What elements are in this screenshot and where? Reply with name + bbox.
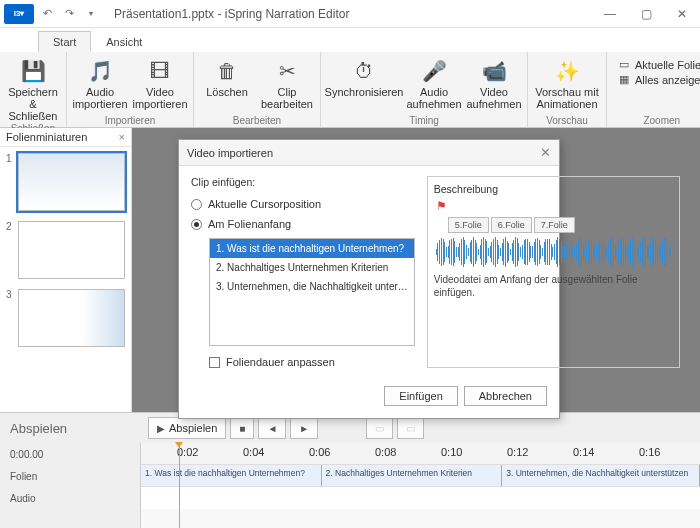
desc-tab-7: 7.Folie: [534, 217, 575, 233]
audio-record-button[interactable]: 🎤Audio aufnehmen: [405, 54, 463, 110]
show-all-button[interactable]: ▦Alles anzeigen: [617, 73, 700, 86]
slide-list-item-3[interactable]: 3. Unternehmen, die Nachhaltigkeit unter…: [210, 277, 414, 296]
group-label-zoom: Zoomen: [611, 114, 700, 127]
audio-import-button[interactable]: 🎵Audio importieren: [71, 54, 129, 110]
cancel-button[interactable]: Abbrechen: [464, 386, 547, 406]
slide-thumbnail-2[interactable]: 2: [6, 221, 125, 279]
redo-button[interactable]: ↷: [58, 3, 80, 25]
play-button[interactable]: ▶ Abspielen: [148, 417, 226, 439]
video-import-icon: 🎞: [150, 58, 170, 84]
close-button[interactable]: ✕: [664, 0, 700, 28]
tab-view[interactable]: Ansicht: [91, 31, 157, 52]
sync-button[interactable]: ⏱Synchronisieren: [325, 54, 403, 98]
mic-icon: 🎤: [422, 58, 447, 84]
clock-icon: ⏱: [354, 58, 374, 84]
group-label-timing: Timing: [325, 114, 523, 127]
track-label-audio: Audio: [0, 487, 140, 509]
app-logo-menu[interactable]: I3▾: [4, 4, 34, 24]
prev-button[interactable]: ◄: [258, 417, 286, 439]
desc-tab-6: 6.Folie: [491, 217, 532, 233]
clip-insert-label: Clip einfügen:: [191, 176, 415, 188]
stop-button[interactable]: ■: [230, 417, 254, 439]
tab-start[interactable]: Start: [38, 31, 91, 52]
scissors-icon: ✂: [279, 58, 296, 84]
thumbnail-pane-close[interactable]: ×: [119, 131, 125, 143]
waveform-preview: [436, 237, 672, 267]
window-title: Präsentation1.pptx - iSpring Narration E…: [114, 7, 349, 21]
timeline-panel: Abspielen ▶ Abspielen ■ ◄ ► ▭ ▭ 0:00.00 …: [0, 412, 700, 528]
tool-button-2[interactable]: ▭: [397, 417, 424, 439]
trash-icon: 🗑: [217, 58, 237, 84]
titlebar: I3▾ ↶ ↷ ▾ Präsentation1.pptx - iSpring N…: [0, 0, 700, 28]
ruler-start-label: 0:00.00: [0, 443, 140, 465]
slide-thumbnail-3[interactable]: 3: [6, 289, 125, 347]
next-button[interactable]: ►: [290, 417, 318, 439]
timeline-title: Abspielen: [10, 421, 140, 436]
sparkle-icon: ✨: [555, 58, 580, 84]
slide-list[interactable]: 1. Was ist die nachhaltigen Unternehmen?…: [209, 238, 415, 346]
timeline-slide-1[interactable]: 1. Was ist die nachhaltigen Unternehmen?: [141, 465, 322, 486]
group-label-import: Importieren: [71, 114, 189, 127]
tool-button-1[interactable]: ▭: [366, 417, 393, 439]
group-label-edit: Bearbeiten: [198, 114, 316, 127]
clip-edit-button[interactable]: ✂Clip bearbeiten: [258, 54, 316, 110]
adjust-duration-checkbox[interactable]: Foliendauer anpassen: [209, 356, 415, 368]
insert-button[interactable]: Einfügen: [384, 386, 457, 406]
desc-tab-5: 5.Folie: [448, 217, 489, 233]
save-icon: 💾: [21, 58, 46, 84]
qat-dropdown[interactable]: ▾: [80, 3, 102, 25]
timeline-audio-track[interactable]: [141, 487, 700, 509]
current-slide-button[interactable]: ▭Aktuelle Folie: [617, 58, 700, 71]
timeline-tracks[interactable]: 0:020:040:060:080:100:120:140:16 1. Was …: [140, 443, 700, 528]
description-label: Beschreibung: [434, 183, 674, 195]
ribbon-tabs: Start Ansicht: [0, 28, 700, 52]
radio-cursor-position[interactable]: Aktuelle Cursorposition: [191, 196, 415, 212]
timeline-slide-3[interactable]: 3. Unternehmen, die Nachhaltigkeit unter…: [502, 465, 700, 486]
audio-import-icon: 🎵: [88, 58, 113, 84]
timeline-slide-2[interactable]: 2. Nachhaltiges Unternehmen Kriterien: [322, 465, 503, 486]
slide-icon: ▭: [617, 58, 631, 71]
track-label-slides: Folien: [0, 465, 140, 487]
grid-icon: ▦: [617, 73, 631, 86]
dialog-title: Video importieren: [187, 147, 273, 159]
maximize-button[interactable]: ▢: [628, 0, 664, 28]
flag-icon: ⚑: [436, 199, 674, 213]
radio-slide-start[interactable]: Am Folienanfang: [191, 216, 415, 232]
slide-list-item-1[interactable]: 1. Was ist die nachhaltigen Unternehmen?: [210, 239, 414, 258]
thumbnail-pane-title: Folienminiaturen: [6, 131, 87, 143]
timeline-ruler[interactable]: 0:020:040:060:080:100:120:140:16: [141, 443, 700, 465]
ribbon: 💾Speichern & Schließen Schließen 🎵Audio …: [0, 52, 700, 128]
minimize-button[interactable]: —: [592, 0, 628, 28]
video-import-dialog: Video importieren✕ Clip einfügen: Aktuel…: [178, 139, 560, 419]
dialog-close-button[interactable]: ✕: [540, 145, 551, 160]
group-label-preview: Vorschau: [532, 114, 602, 127]
video-record-button[interactable]: 📹Video aufnehmen: [465, 54, 523, 110]
undo-button[interactable]: ↶: [36, 3, 58, 25]
delete-button[interactable]: 🗑Löschen: [198, 54, 256, 98]
playhead[interactable]: [179, 443, 180, 528]
save-close-button[interactable]: 💾Speichern & Schließen: [4, 54, 62, 122]
description-text: Videodatei am Anfang der ausgewählten Fo…: [434, 273, 674, 299]
thumbnail-pane: Folienminiaturen× 1 2 3: [0, 128, 132, 412]
slide-thumbnail-1[interactable]: 1: [6, 153, 125, 211]
video-import-button[interactable]: 🎞Video importieren: [131, 54, 189, 110]
preview-button[interactable]: ✨Vorschau mit Animationen: [532, 54, 602, 110]
camera-icon: 📹: [482, 58, 507, 84]
slide-list-item-2[interactable]: 2. Nachhaltiges Unternehmen Kriterien: [210, 258, 414, 277]
